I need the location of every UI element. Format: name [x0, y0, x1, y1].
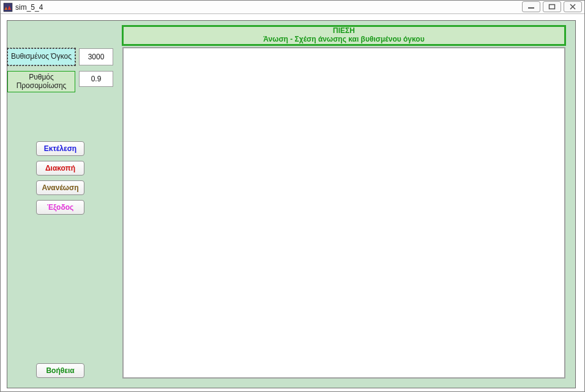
plot-area: [122, 47, 565, 379]
volume-value[interactable]: 3000: [79, 48, 113, 65]
header-panel: ΠΙΕΣΗ Άνωση - Σχέση άνωσης και βυθισμένο…: [122, 25, 566, 46]
stop-button[interactable]: Διακοπή: [36, 161, 84, 176]
maximize-button[interactable]: [543, 1, 561, 12]
refresh-button[interactable]: Ανανέωση: [36, 180, 84, 195]
window-title: sim_5_4: [15, 3, 43, 12]
minimize-button[interactable]: [522, 1, 540, 12]
titlebar[interactable]: sim_5_4: [1, 1, 584, 14]
header-title: ΠΙΕΣΗ: [333, 27, 355, 35]
app-icon: [3, 2, 13, 12]
run-button[interactable]: Εκτέλεση: [36, 141, 84, 156]
main-panel: ΠΙΕΣΗ Άνωση - Σχέση άνωσης και βυθισμένο…: [7, 20, 576, 388]
svg-rect-2: [550, 5, 555, 9]
help-button[interactable]: Βοήθεια: [36, 363, 84, 378]
svg-rect-0: [4, 3, 12, 12]
svg-rect-1: [528, 7, 534, 9]
header-subtitle: Άνωση - Σχέση άνωσης και βυθισμένου όγκο…: [263, 35, 424, 44]
window-controls: [522, 1, 584, 13]
rate-label: Ρυθμός Προσομοίωσης: [7, 71, 75, 92]
volume-label: Βυθισμένος Όγκος: [7, 48, 75, 65]
exit-button[interactable]: Έξοδος: [36, 200, 84, 215]
rate-value[interactable]: 0.9: [79, 71, 113, 87]
client-area: ΠΙΕΣΗ Άνωση - Σχέση άνωσης και βυθισμένο…: [1, 14, 584, 391]
close-button[interactable]: [564, 1, 582, 12]
app-window: sim_5_4 ΠΙΕΣΗ Άνωση - Σχέση άνωσης και β…: [0, 0, 585, 392]
